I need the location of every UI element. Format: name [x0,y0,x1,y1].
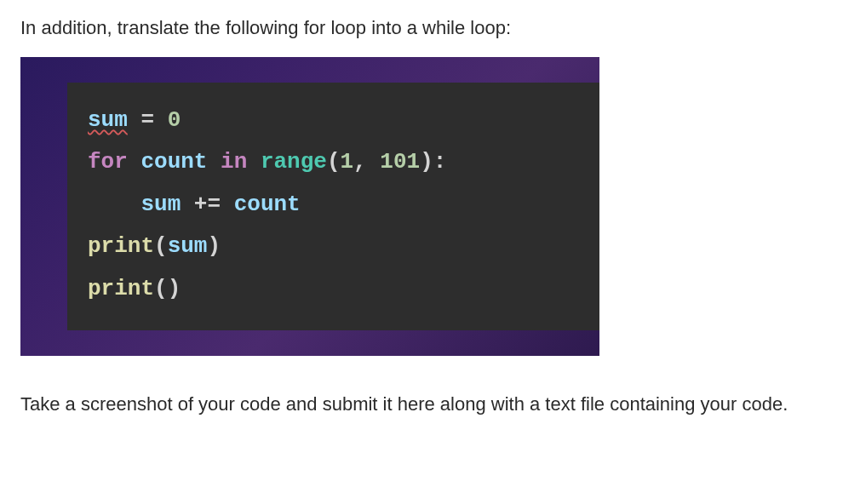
token-one: 1 [341,149,354,175]
instruction-bottom: Take a screenshot of your code and submi… [20,390,840,418]
token-print: print [88,276,154,301]
token-indent [88,192,140,217]
token-space [128,149,141,175]
token-hundred: 101 [380,149,420,175]
code-line-4: print(sum) [88,226,579,267]
token-count-var: count [234,192,301,217]
token-comma: , [353,149,380,175]
code-line-5: print() [88,268,579,310]
code-line-1: sum = 0 [88,100,579,141]
token-range: range [261,149,327,175]
instruction-top: In addition, translate the following for… [20,14,840,42]
code-line-2: for count in range(1, 101): [88,141,579,183]
token-lparen: ( [154,276,168,301]
code-editor: sum = 0 for count in range(1, 101): sum … [67,83,599,330]
token-sum-var: sum [140,192,181,217]
token-var-sum: sum [88,107,128,133]
token-space [247,149,261,175]
token-space [181,192,194,217]
token-rparen: ) [168,276,181,301]
token-for: for [88,149,128,175]
token-pluseq: += [194,192,221,217]
token-assign: = [128,107,168,133]
code-screenshot: sum = 0 for count in range(1, 101): sum … [20,57,599,356]
token-rparen: ) [207,233,221,259]
code-line-3: sum += count [88,184,579,226]
token-rparen: ) [420,149,433,175]
token-space [221,192,234,217]
token-in: in [221,149,247,175]
token-lparen: ( [154,233,168,259]
token-zero: 0 [168,107,181,133]
token-space [207,149,221,175]
token-colon: : [433,149,447,175]
token-print: print [88,233,154,259]
token-lparen: ( [327,149,341,175]
token-count: count [140,149,207,175]
token-sum-arg: sum [168,233,208,259]
